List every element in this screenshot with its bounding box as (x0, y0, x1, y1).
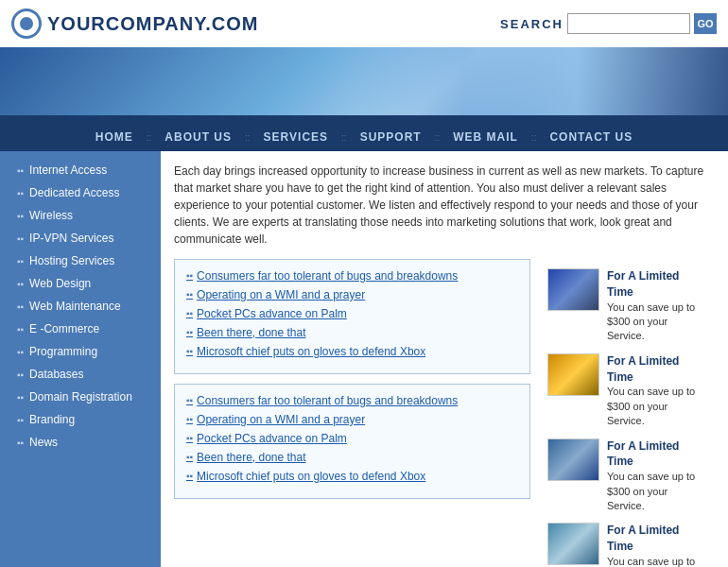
news-link-dot-icon: ▪▪ (186, 346, 193, 356)
sidebar-item[interactable]: ▪▪Branding (0, 408, 161, 431)
main-layout: ▪▪Internet Access▪▪Dedicated Access▪▪Wir… (0, 151, 728, 567)
sidebar-item[interactable]: ▪▪Hosting Services (0, 249, 161, 272)
main-nav: HOME::ABOUT US::SERVICES::SUPPORT::WEB M… (0, 123, 728, 151)
promo-text-1: For A Limited TimeYou can save up to $30… (607, 268, 707, 344)
sidebar-item-label: News (29, 436, 58, 449)
sidebar-item-label: Wireless (29, 209, 73, 222)
sidebar-item-label: Dedicated Access (29, 186, 119, 199)
sidebar-dot-icon: ▪▪ (17, 438, 24, 448)
news-link-dot-icon: ▪▪ (186, 452, 193, 462)
logo-text: YOURCOMPANY.COM (47, 13, 259, 35)
sidebar-dot-icon: ▪▪ (17, 324, 24, 335)
news-link-dot-icon: ▪▪ (186, 414, 193, 424)
nav-item-home[interactable]: HOME (82, 130, 147, 144)
sidebar-dot-icon: ▪▪ (17, 188, 24, 198)
news-link-dot-icon: ▪▪ (186, 433, 193, 443)
news-link-text: Pocket PCs advance on Palm (197, 432, 347, 445)
promo-desc-2: You can save up to $300 on your Service. (607, 385, 707, 428)
sidebar-dot-icon: ▪▪ (17, 211, 24, 221)
news-link-item[interactable]: ▪▪Microsoft chief puts on gloves to defe… (186, 470, 518, 483)
promo-desc-3: You can save up to $300 on your Service. (607, 470, 707, 513)
promo-image-3 (547, 438, 599, 481)
sidebar-dot-icon: ▪▪ (17, 165, 24, 176)
sidebar-item-label: Databases (29, 368, 83, 381)
news-link-text: Been there, done that (197, 451, 305, 464)
logo-icon (11, 9, 42, 39)
promo-title-2: For A Limited Time (607, 353, 707, 386)
promo-image-2 (547, 353, 599, 396)
sidebar-dot-icon: ▪▪ (17, 392, 24, 403)
banner (0, 47, 728, 123)
banner-overlay (0, 115, 728, 123)
news-link-dot-icon: ▪▪ (186, 270, 193, 281)
promo-item: For A Limited TimeYou can save up to $30… (547, 438, 707, 514)
sidebar-item[interactable]: ▪▪Databases (0, 363, 161, 386)
sidebar-item-label: Hosting Services (29, 254, 114, 267)
sidebar-dot-icon: ▪▪ (17, 369, 24, 380)
news-link-text: Operating on a WMI and a prayer (197, 288, 365, 301)
sidebar-item[interactable]: ▪▪Domain Registration (0, 386, 161, 408)
sidebar-item[interactable]: ▪▪Wireless (0, 204, 161, 227)
promo-image-4 (547, 523, 599, 565)
news-link-item[interactable]: ▪▪Operating on a WMI and a prayer (186, 413, 518, 426)
sidebar-item[interactable]: ▪▪Web Design (0, 272, 161, 295)
news-link-item[interactable]: ▪▪Been there, done that (186, 451, 518, 464)
search-button[interactable]: GO (694, 13, 717, 34)
promo-text-2: For A Limited TimeYou can save up to $30… (607, 353, 707, 429)
sidebar-item[interactable]: ▪▪Web Maintenance (0, 295, 161, 318)
sidebar-dot-icon: ▪▪ (17, 233, 24, 244)
main-content: Each day brings increased opportunity to… (161, 151, 728, 567)
news-box-1: ▪▪Consumers far too tolerant of bugs and… (174, 259, 530, 374)
banner-content (0, 47, 728, 123)
news-link-item[interactable]: ▪▪Operating on a WMI and a prayer (186, 288, 518, 301)
sidebar-item-label: Programming (29, 345, 97, 358)
promo-desc-4: You can save up to $300 on your Service. (607, 555, 707, 567)
sidebar-dot-icon: ▪▪ (17, 415, 24, 425)
news-link-dot-icon: ▪▪ (186, 327, 193, 337)
news-link-text: Operating on a WMI and a prayer (197, 413, 365, 426)
sidebar-dot-icon: ▪▪ (17, 301, 24, 312)
sidebar-dot-icon: ▪▪ (17, 279, 24, 289)
sidebar-item-label: Domain Registration (29, 390, 132, 404)
promo-title-3: For A Limited Time (607, 438, 707, 471)
promo-column: For A Limited TimeYou can save up to $30… (540, 259, 715, 567)
nav-item-services[interactable]: SERVICES (251, 130, 341, 144)
nav-item-webmail[interactable]: WEB MAIL (440, 130, 531, 144)
news-link-text: Consumers far too tolerant of bugs and b… (197, 269, 458, 283)
news-link-text: Pocket PCs advance on Palm (197, 307, 347, 320)
news-link-text: Microsoft chief puts on gloves to defend… (197, 470, 425, 483)
nav-item-about[interactable]: ABOUT US (151, 130, 245, 144)
search-label: SEARCH (500, 17, 563, 31)
news-link-dot-icon: ▪▪ (186, 289, 193, 300)
news-link-item[interactable]: ▪▪Consumers far too tolerant of bugs and… (186, 394, 518, 407)
sidebar-item-label: Branding (29, 413, 75, 426)
sidebar-item[interactable]: ▪▪IP-VPN Services (0, 227, 161, 249)
news-link-dot-icon: ▪▪ (186, 308, 193, 318)
news-link-dot-icon: ▪▪ (186, 471, 193, 481)
sidebar: ▪▪Internet Access▪▪Dedicated Access▪▪Wir… (0, 151, 161, 567)
nav-item-support[interactable]: SUPPORT (347, 130, 435, 144)
news-link-item[interactable]: ▪▪Been there, done that (186, 326, 518, 339)
sidebar-item-label: IP-VPN Services (29, 232, 113, 245)
promo-image-1 (547, 268, 599, 311)
sidebar-item[interactable]: ▪▪E -Commerce (0, 318, 161, 340)
promo-item: For A Limited TimeYou can save up to $30… (547, 268, 707, 344)
nav-item-contact[interactable]: CONTACT US (536, 130, 646, 144)
news-link-item[interactable]: ▪▪Pocket PCs advance on Palm (186, 432, 518, 445)
search-input[interactable] (567, 13, 690, 34)
promo-item: For A Limited TimeYou can save up to $30… (547, 523, 707, 567)
news-link-item[interactable]: ▪▪Microsoft chief puts on gloves to defe… (186, 345, 518, 358)
promo-title-1: For A Limited Time (607, 268, 707, 301)
logo-inner-circle (20, 17, 33, 30)
sidebar-item[interactable]: ▪▪Programming (0, 340, 161, 363)
header: YOURCOMPANY.COM SEARCH GO (0, 0, 728, 47)
news-link-item[interactable]: ▪▪Pocket PCs advance on Palm (186, 307, 518, 320)
sidebar-dot-icon: ▪▪ (17, 347, 24, 357)
sidebar-item[interactable]: ▪▪News (0, 431, 161, 454)
sidebar-item-label: Internet Access (29, 163, 107, 177)
news-link-text: Microsoft chief puts on gloves to defend… (197, 345, 425, 358)
sidebar-item[interactable]: ▪▪Dedicated Access (0, 181, 161, 204)
news-link-item[interactable]: ▪▪Consumers far too tolerant of bugs and… (186, 269, 518, 283)
promo-text-3: For A Limited TimeYou can save up to $30… (607, 438, 707, 514)
sidebar-item[interactable]: ▪▪Internet Access (0, 159, 161, 181)
